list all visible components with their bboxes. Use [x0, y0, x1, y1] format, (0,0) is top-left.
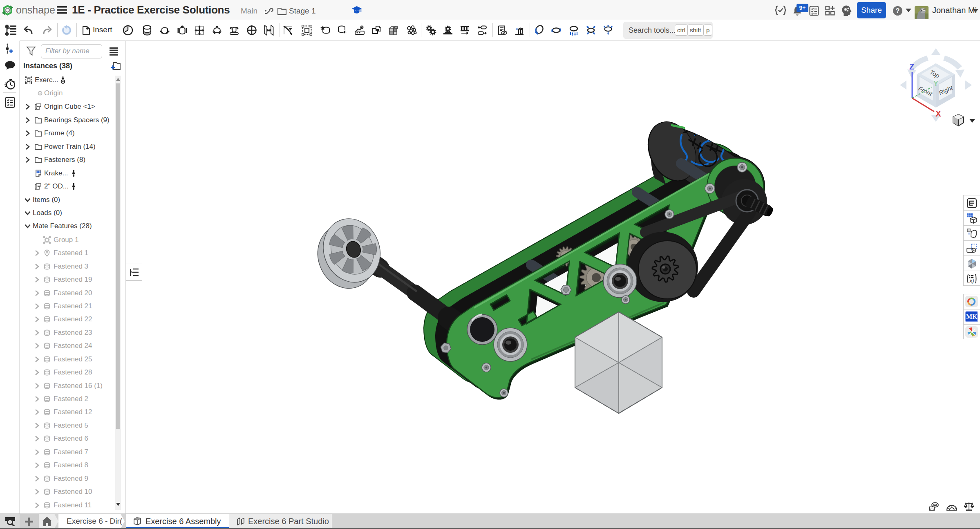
svg-text:Y: Y [933, 80, 938, 87]
svg-text:X: X [935, 109, 941, 118]
svg-text:x): x) [969, 278, 974, 284]
svg-text:Z: Z [909, 62, 914, 71]
svg-text:?: ? [896, 7, 900, 14]
